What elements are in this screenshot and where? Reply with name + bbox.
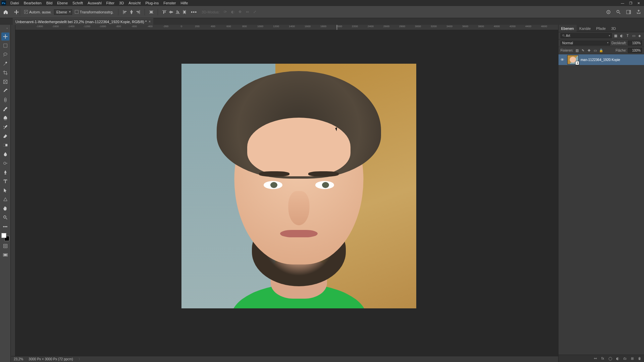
transform-controls-checkbox[interactable]: Transformationsstrg. <box>73 10 115 14</box>
filter-smartobject-icon[interactable]: ◈ <box>637 34 642 38</box>
layer-visibility-toggle[interactable]: 👁 <box>560 58 565 62</box>
more-options-button[interactable]: ••• <box>189 9 199 15</box>
filter-type-icon[interactable]: T <box>625 34 630 38</box>
horizontal-ruler[interactable]: -1800-1600-1400-1200-1000-800-600-400-20… <box>15 25 558 30</box>
ruler-tick: -1800 <box>36 25 43 28</box>
align-vcenter-button[interactable] <box>168 9 174 15</box>
layer-thumbnail[interactable]: ◈ <box>567 55 579 64</box>
menu-auswahl[interactable]: Auswahl <box>85 1 104 5</box>
edit-toolbar-button[interactable]: ••• <box>1 223 9 231</box>
blend-mode-dropdown[interactable]: Normal <box>560 41 610 46</box>
distribute-v-button[interactable] <box>181 9 187 15</box>
home-button[interactable] <box>2 8 9 16</box>
lock-transparency-icon[interactable]: ▨ <box>575 48 579 53</box>
layer-name[interactable]: man-1122364_1920 Kopie <box>581 58 620 62</box>
lock-pixels-icon[interactable]: ✎ <box>581 48 585 53</box>
canvas-image[interactable] <box>181 64 416 308</box>
fill-input[interactable]: 100% <box>628 48 642 53</box>
panel-tab-kanäle[interactable]: Kanäle <box>577 25 593 32</box>
panel-tab-3d[interactable]: 3D <box>608 25 619 32</box>
layer-mask-button[interactable]: ◯ <box>608 356 612 361</box>
layer-fx-button[interactable]: fx <box>600 356 605 361</box>
canvas-area[interactable] <box>15 30 558 362</box>
group-layers-button[interactable]: 🗀 <box>623 356 627 361</box>
marquee-tool[interactable] <box>1 42 9 50</box>
close-button[interactable]: ✕ <box>635 0 643 6</box>
doc-info: 3000 Px × 3000 Px (72 ppcm) <box>29 357 73 361</box>
brush-tool[interactable] <box>1 105 9 113</box>
panel-tab-pfade[interactable]: Pfade <box>593 25 608 32</box>
menu-fenster[interactable]: Fenster <box>161 1 178 5</box>
share-button[interactable] <box>635 9 642 15</box>
menu-bild[interactable]: Bild <box>44 1 55 5</box>
filter-adjustment-icon[interactable]: ◐ <box>619 34 624 38</box>
clone-stamp-tool[interactable] <box>1 114 9 122</box>
align-top-button[interactable] <box>161 9 167 15</box>
cloud-docs-button[interactable] <box>605 9 612 15</box>
align-right-button[interactable] <box>135 9 141 15</box>
filter-shape-icon[interactable]: ▭ <box>631 34 636 38</box>
delete-layer-button[interactable]: 🗑 <box>637 356 642 361</box>
search-button[interactable] <box>615 9 622 15</box>
screen-mode-button[interactable] <box>1 251 9 259</box>
new-layer-button[interactable]: ⊞ <box>630 356 635 361</box>
hand-tool[interactable] <box>1 204 9 213</box>
eyedropper-tool[interactable] <box>1 87 9 95</box>
workspace-button[interactable] <box>625 9 632 15</box>
menu-3d[interactable]: 3D <box>117 1 126 5</box>
menu-bearbeiten[interactable]: Bearbeiten <box>21 1 44 5</box>
path-selection-tool[interactable] <box>1 186 9 194</box>
align-hcenter-button[interactable] <box>128 9 135 15</box>
3d-pan-icon: ✥ <box>237 9 243 15</box>
maximize-button[interactable]: ❐ <box>627 0 635 6</box>
distribute-button[interactable] <box>148 9 154 15</box>
lasso-tool[interactable] <box>1 51 9 59</box>
layer-filter-dropdown[interactable]: Art ▾ <box>560 33 612 38</box>
menu-ansicht[interactable]: Ansicht <box>126 1 143 5</box>
align-bottom-button[interactable] <box>175 9 181 15</box>
gradient-tool[interactable] <box>1 141 9 149</box>
blur-tool[interactable] <box>1 150 9 158</box>
layer-row[interactable]: 👁 ◈ man-1122364_1920 Kopie <box>558 54 644 65</box>
tools-expand-icon[interactable]: » <box>6 27 10 30</box>
move-tool[interactable] <box>1 33 9 41</box>
shape-tool[interactable] <box>1 195 9 203</box>
document-tab[interactable]: Unbenannt-1-Wiederhergestellt bei 23,2% … <box>13 18 153 25</box>
auto-select-target-dropdown[interactable]: Ebene <box>54 9 72 15</box>
menu-filter[interactable]: Filter <box>104 1 117 5</box>
status-info-menu[interactable]: 〉 <box>78 357 82 362</box>
zoom-level[interactable]: 23,2% <box>14 357 23 361</box>
menu-schrift[interactable]: Schrift <box>70 1 85 5</box>
type-tool[interactable] <box>1 177 9 185</box>
dodge-tool[interactable] <box>1 159 9 167</box>
filter-pixel-icon[interactable]: ▦ <box>613 34 618 38</box>
foreground-color-swatch[interactable] <box>1 233 6 238</box>
panel-tab-ebenen[interactable]: Ebenen <box>558 25 577 32</box>
auto-select-checkbox[interactable]: Autom. ausw. <box>23 10 53 14</box>
move-tool-indicator[interactable] <box>13 8 20 16</box>
zoom-tool[interactable] <box>1 214 9 222</box>
eraser-tool[interactable] <box>1 132 9 140</box>
lock-position-icon[interactable]: ✥ <box>587 48 591 53</box>
minimize-button[interactable]: — <box>619 0 627 6</box>
magic-wand-tool[interactable] <box>1 60 9 68</box>
menu-datei[interactable]: Datei <box>8 1 21 5</box>
link-layers-button[interactable]: ⚯ <box>593 356 598 361</box>
close-tab-button[interactable]: × <box>149 20 151 23</box>
crop-tool[interactable] <box>1 69 9 77</box>
frame-tool[interactable] <box>1 78 9 86</box>
menu-hilfe[interactable]: Hilfe <box>178 1 190 5</box>
menu-ebene[interactable]: Ebene <box>55 1 70 5</box>
opacity-input[interactable]: 100% <box>628 41 642 46</box>
pen-tool[interactable] <box>1 168 9 176</box>
history-brush-tool[interactable] <box>1 123 9 131</box>
color-swatches[interactable] <box>1 233 9 241</box>
align-left-button[interactable] <box>122 9 128 15</box>
healing-brush-tool[interactable] <box>1 96 9 104</box>
adjustment-layer-button[interactable]: ◐ <box>615 356 620 361</box>
menu-plug-ins[interactable]: Plug-ins <box>143 1 161 5</box>
quick-mask-button[interactable] <box>1 242 9 250</box>
lock-all-icon[interactable]: 🔒 <box>599 48 603 53</box>
vertical-ruler[interactable] <box>11 25 15 362</box>
lock-artboard-icon[interactable]: ▭ <box>593 48 597 53</box>
